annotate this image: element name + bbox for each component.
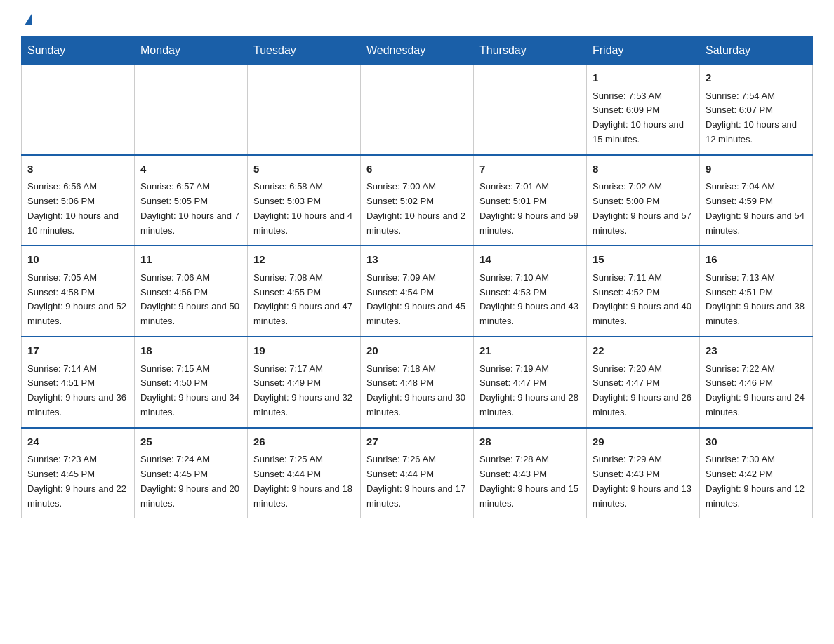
calendar-cell: 11Sunrise: 7:06 AMSunset: 4:56 PMDayligh… xyxy=(135,246,248,337)
calendar-week-2: 3Sunrise: 6:56 AMSunset: 5:06 PMDaylight… xyxy=(22,155,813,246)
day-info: Sunrise: 7:02 AMSunset: 5:00 PMDaylight:… xyxy=(593,180,694,238)
day-number: 6 xyxy=(366,161,468,177)
day-info: Sunrise: 7:04 AMSunset: 4:59 PMDaylight:… xyxy=(706,180,807,238)
calendar-cell: 16Sunrise: 7:13 AMSunset: 4:51 PMDayligh… xyxy=(700,246,813,337)
day-info: Sunrise: 7:26 AMSunset: 4:44 PMDaylight:… xyxy=(366,452,468,511)
day-number: 5 xyxy=(253,161,355,177)
day-info: Sunrise: 7:23 AMSunset: 4:45 PMDaylight:… xyxy=(27,452,128,511)
day-number: 7 xyxy=(479,161,581,177)
day-info: Sunrise: 7:09 AMSunset: 4:54 PMDaylight:… xyxy=(366,271,468,329)
day-number: 1 xyxy=(593,70,694,86)
calendar-cell: 8Sunrise: 7:02 AMSunset: 5:00 PMDaylight… xyxy=(587,155,700,246)
calendar-week-5: 24Sunrise: 7:23 AMSunset: 4:45 PMDayligh… xyxy=(22,428,813,518)
day-number: 25 xyxy=(140,434,241,450)
logo xyxy=(21,14,32,24)
calendar-cell: 1Sunrise: 7:53 AMSunset: 6:09 PMDaylight… xyxy=(587,65,700,155)
calendar-cell: 17Sunrise: 7:14 AMSunset: 4:51 PMDayligh… xyxy=(22,337,135,428)
day-info: Sunrise: 7:17 AMSunset: 4:49 PMDaylight:… xyxy=(253,362,355,420)
calendar-week-1: 1Sunrise: 7:53 AMSunset: 6:09 PMDaylight… xyxy=(22,65,813,155)
day-info: Sunrise: 7:05 AMSunset: 4:58 PMDaylight:… xyxy=(27,271,128,329)
calendar-cell: 15Sunrise: 7:11 AMSunset: 4:52 PMDayligh… xyxy=(587,246,700,337)
column-header-wednesday: Wednesday xyxy=(361,37,474,65)
calendar-cell: 9Sunrise: 7:04 AMSunset: 4:59 PMDaylight… xyxy=(700,155,813,246)
day-number: 10 xyxy=(27,252,128,268)
day-info: Sunrise: 7:20 AMSunset: 4:47 PMDaylight:… xyxy=(593,362,694,420)
day-info: Sunrise: 7:54 AMSunset: 6:07 PMDaylight:… xyxy=(706,89,807,147)
calendar-cell: 7Sunrise: 7:01 AMSunset: 5:01 PMDaylight… xyxy=(474,155,587,246)
calendar-table: SundayMondayTuesdayWednesdayThursdayFrid… xyxy=(21,36,813,518)
day-number: 16 xyxy=(706,252,807,268)
day-info: Sunrise: 7:11 AMSunset: 4:52 PMDaylight:… xyxy=(593,271,694,329)
calendar-cell: 3Sunrise: 6:56 AMSunset: 5:06 PMDaylight… xyxy=(22,155,135,246)
column-header-saturday: Saturday xyxy=(700,37,813,65)
calendar-header-row: SundayMondayTuesdayWednesdayThursdayFrid… xyxy=(22,37,813,65)
calendar-cell xyxy=(22,65,135,155)
day-number: 23 xyxy=(706,343,807,359)
day-info: Sunrise: 7:24 AMSunset: 4:45 PMDaylight:… xyxy=(140,452,241,511)
calendar-cell: 5Sunrise: 6:58 AMSunset: 5:03 PMDaylight… xyxy=(248,155,361,246)
calendar-cell: 20Sunrise: 7:18 AMSunset: 4:48 PMDayligh… xyxy=(361,337,474,428)
day-info: Sunrise: 7:18 AMSunset: 4:48 PMDaylight:… xyxy=(366,362,468,420)
day-number: 28 xyxy=(479,434,581,450)
calendar-cell xyxy=(361,65,474,155)
day-number: 20 xyxy=(366,343,468,359)
calendar-cell xyxy=(474,65,587,155)
calendar-week-3: 10Sunrise: 7:05 AMSunset: 4:58 PMDayligh… xyxy=(22,246,813,337)
calendar-cell: 29Sunrise: 7:29 AMSunset: 4:43 PMDayligh… xyxy=(587,428,700,518)
day-number: 29 xyxy=(593,434,694,450)
day-number: 3 xyxy=(27,161,128,177)
calendar-cell: 14Sunrise: 7:10 AMSunset: 4:53 PMDayligh… xyxy=(474,246,587,337)
day-number: 24 xyxy=(27,434,128,450)
calendar-cell xyxy=(135,65,248,155)
day-info: Sunrise: 7:08 AMSunset: 4:55 PMDaylight:… xyxy=(253,271,355,329)
day-info: Sunrise: 7:53 AMSunset: 6:09 PMDaylight:… xyxy=(593,89,694,147)
calendar-cell: 18Sunrise: 7:15 AMSunset: 4:50 PMDayligh… xyxy=(135,337,248,428)
day-info: Sunrise: 7:15 AMSunset: 4:50 PMDaylight:… xyxy=(140,362,241,420)
day-number: 14 xyxy=(479,252,581,268)
calendar-cell: 13Sunrise: 7:09 AMSunset: 4:54 PMDayligh… xyxy=(361,246,474,337)
calendar-cell: 27Sunrise: 7:26 AMSunset: 4:44 PMDayligh… xyxy=(361,428,474,518)
calendar-cell: 26Sunrise: 7:25 AMSunset: 4:44 PMDayligh… xyxy=(248,428,361,518)
day-number: 15 xyxy=(593,252,694,268)
column-header-tuesday: Tuesday xyxy=(248,37,361,65)
day-info: Sunrise: 7:10 AMSunset: 4:53 PMDaylight:… xyxy=(479,271,581,329)
day-number: 17 xyxy=(27,343,128,359)
calendar-cell: 4Sunrise: 6:57 AMSunset: 5:05 PMDaylight… xyxy=(135,155,248,246)
calendar-cell: 23Sunrise: 7:22 AMSunset: 4:46 PMDayligh… xyxy=(700,337,813,428)
day-number: 2 xyxy=(706,70,807,86)
day-number: 11 xyxy=(140,252,241,268)
day-number: 4 xyxy=(140,161,241,177)
day-number: 13 xyxy=(366,252,468,268)
calendar-cell xyxy=(248,65,361,155)
day-info: Sunrise: 7:14 AMSunset: 4:51 PMDaylight:… xyxy=(27,362,128,420)
day-number: 9 xyxy=(706,161,807,177)
column-header-sunday: Sunday xyxy=(22,37,135,65)
day-info: Sunrise: 7:19 AMSunset: 4:47 PMDaylight:… xyxy=(479,362,581,420)
day-info: Sunrise: 7:29 AMSunset: 4:43 PMDaylight:… xyxy=(593,452,694,511)
logo-triangle-icon xyxy=(25,14,32,25)
calendar-cell: 24Sunrise: 7:23 AMSunset: 4:45 PMDayligh… xyxy=(22,428,135,518)
day-number: 19 xyxy=(253,343,355,359)
column-header-monday: Monday xyxy=(135,37,248,65)
day-number: 30 xyxy=(706,434,807,450)
day-info: Sunrise: 7:28 AMSunset: 4:43 PMDaylight:… xyxy=(479,452,581,511)
calendar-cell: 6Sunrise: 7:00 AMSunset: 5:02 PMDaylight… xyxy=(361,155,474,246)
calendar-cell: 2Sunrise: 7:54 AMSunset: 6:07 PMDaylight… xyxy=(700,65,813,155)
calendar-cell: 21Sunrise: 7:19 AMSunset: 4:47 PMDayligh… xyxy=(474,337,587,428)
day-info: Sunrise: 6:57 AMSunset: 5:05 PMDaylight:… xyxy=(140,180,241,238)
calendar-cell: 30Sunrise: 7:30 AMSunset: 4:42 PMDayligh… xyxy=(700,428,813,518)
day-number: 21 xyxy=(479,343,581,359)
day-info: Sunrise: 6:58 AMSunset: 5:03 PMDaylight:… xyxy=(253,180,355,238)
calendar-cell: 28Sunrise: 7:28 AMSunset: 4:43 PMDayligh… xyxy=(474,428,587,518)
day-info: Sunrise: 7:22 AMSunset: 4:46 PMDaylight:… xyxy=(706,362,807,420)
day-number: 22 xyxy=(593,343,694,359)
calendar-week-4: 17Sunrise: 7:14 AMSunset: 4:51 PMDayligh… xyxy=(22,337,813,428)
calendar-cell: 25Sunrise: 7:24 AMSunset: 4:45 PMDayligh… xyxy=(135,428,248,518)
day-info: Sunrise: 6:56 AMSunset: 5:06 PMDaylight:… xyxy=(27,180,128,238)
day-info: Sunrise: 7:00 AMSunset: 5:02 PMDaylight:… xyxy=(366,180,468,238)
day-number: 8 xyxy=(593,161,694,177)
day-number: 26 xyxy=(253,434,355,450)
day-info: Sunrise: 7:25 AMSunset: 4:44 PMDaylight:… xyxy=(253,452,355,511)
day-info: Sunrise: 7:01 AMSunset: 5:01 PMDaylight:… xyxy=(479,180,581,238)
calendar-cell: 12Sunrise: 7:08 AMSunset: 4:55 PMDayligh… xyxy=(248,246,361,337)
